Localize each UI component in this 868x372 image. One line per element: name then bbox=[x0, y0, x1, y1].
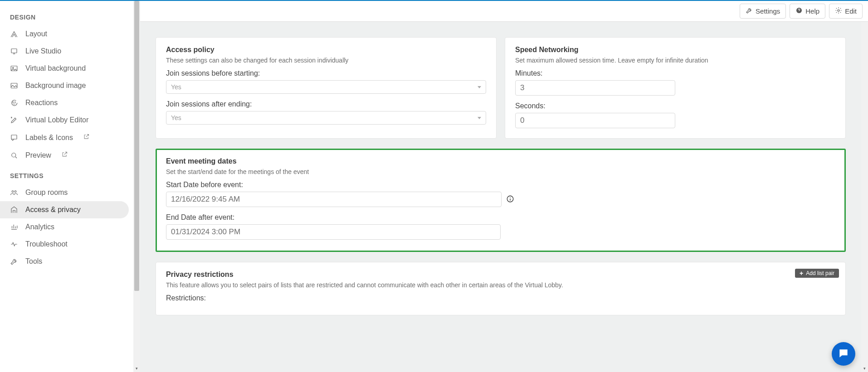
sidebar-item-label: Layout bbox=[25, 30, 47, 38]
sidebar-item-group-rooms[interactable]: Group rooms bbox=[0, 184, 129, 201]
event-dates-title: Event meeting dates bbox=[166, 157, 835, 165]
restrictions-label: Restrictions: bbox=[166, 294, 835, 302]
layout-icon bbox=[10, 30, 18, 38]
svg-point-8 bbox=[12, 191, 14, 193]
svg-point-15 bbox=[510, 197, 511, 198]
svg-point-7 bbox=[12, 153, 16, 157]
sidebar-item-analytics[interactable]: Analytics bbox=[0, 218, 129, 236]
external-link-icon bbox=[83, 133, 90, 142]
troubleshoot-icon bbox=[10, 240, 18, 248]
help-button-label: Help bbox=[805, 7, 819, 15]
sidebar-item-label: Preview bbox=[25, 151, 51, 159]
gear-icon bbox=[835, 7, 842, 15]
join-after-select[interactable]: Yes bbox=[166, 111, 486, 125]
seconds-input[interactable] bbox=[515, 113, 675, 128]
main-scrollbar[interactable]: ▾ bbox=[861, 22, 868, 372]
scrollbar-thumb[interactable] bbox=[134, 1, 139, 291]
sidebar-container: DESIGNLayoutLive StudioVirtual backgroun… bbox=[0, 1, 140, 372]
preview-icon bbox=[10, 151, 18, 159]
seconds-label: Seconds: bbox=[515, 102, 835, 110]
virtual-background-icon bbox=[10, 64, 18, 72]
sidebar-item-troubleshoot[interactable]: Troubleshoot bbox=[0, 236, 129, 253]
join-after-label: Join sessions after ending: bbox=[166, 100, 486, 108]
event-dates-subtitle: Set the start/end date for the meetings … bbox=[166, 168, 835, 175]
settings-button-label: Settings bbox=[756, 7, 780, 15]
tools-icon bbox=[10, 257, 18, 266]
sidebar-item-access-privacy[interactable]: Access & privacy bbox=[0, 201, 129, 218]
svg-rect-3 bbox=[11, 83, 17, 88]
sidebar-item-preview[interactable]: Preview bbox=[0, 146, 129, 164]
settings-button[interactable]: Settings bbox=[740, 4, 786, 19]
edit-button[interactable]: Edit bbox=[829, 4, 863, 19]
minutes-input[interactable] bbox=[515, 80, 675, 96]
sidebar-item-label: Reactions bbox=[25, 99, 58, 107]
seconds-field: Seconds: bbox=[515, 102, 835, 128]
start-date-input[interactable] bbox=[166, 192, 502, 207]
access-policy-subtitle: These settings can also be changed for e… bbox=[166, 57, 486, 64]
sidebar-item-background-image[interactable]: Background image bbox=[0, 77, 129, 94]
join-after-value: Yes bbox=[171, 114, 181, 121]
help-button[interactable]: Help bbox=[790, 4, 825, 19]
background-image-icon bbox=[10, 82, 18, 90]
svg-point-11 bbox=[799, 11, 800, 12]
sidebar-item-live-studio[interactable]: Live Studio bbox=[0, 43, 129, 60]
add-list-pair-button[interactable]: + Add list pair bbox=[795, 269, 839, 278]
sidebar-item-labels-icons[interactable]: Labels & Icons bbox=[0, 129, 129, 146]
start-date-wrap bbox=[166, 192, 514, 207]
sidebar-item-label: Access & privacy bbox=[25, 206, 81, 214]
wrench-icon bbox=[746, 7, 753, 15]
edit-button-label: Edit bbox=[845, 7, 857, 15]
privacy-title: Privacy restrictions bbox=[166, 271, 835, 279]
end-date-label: End Date after event: bbox=[166, 213, 835, 222]
sidebar-item-tools[interactable]: Tools bbox=[0, 253, 129, 270]
sidebar-item-reactions[interactable]: Reactions bbox=[0, 94, 129, 111]
sidebar-item-virtual-background[interactable]: Virtual background bbox=[0, 60, 129, 77]
scroll-down-arrow-icon[interactable]: ▾ bbox=[133, 365, 140, 372]
privacy-restrictions-card: + Add list pair Privacy restrictions Thi… bbox=[156, 262, 846, 315]
speed-networking-subtitle: Set maximum allowed session time. Leave … bbox=[515, 57, 835, 64]
scroll-down-arrow-icon[interactable]: ▾ bbox=[861, 365, 868, 372]
chat-bubble-icon bbox=[838, 348, 849, 361]
analytics-icon bbox=[10, 223, 18, 231]
external-link-icon bbox=[61, 151, 68, 159]
join-before-select[interactable]: Yes bbox=[166, 80, 486, 94]
sidebar-group-label: SETTINGS bbox=[0, 164, 133, 184]
sidebar-item-label: Labels & Icons bbox=[25, 134, 73, 142]
sidebar-item-label: Virtual background bbox=[25, 64, 86, 72]
sidebar-item-label: Virtual Lobby Editor bbox=[25, 116, 88, 124]
info-icon[interactable] bbox=[506, 195, 514, 204]
main-area: Settings Help Edit Access pol bbox=[140, 1, 868, 372]
join-before-value: Yes bbox=[171, 83, 181, 91]
svg-rect-0 bbox=[11, 49, 17, 53]
content: Access policy These settings can also be… bbox=[140, 22, 861, 372]
sidebar-item-label: Group rooms bbox=[25, 188, 68, 197]
sidebar-item-virtual-lobby-editor[interactable]: Virtual Lobby Editor bbox=[0, 111, 129, 129]
svg-point-9 bbox=[15, 191, 16, 193]
labels-icons-icon bbox=[10, 134, 18, 142]
svg-point-12 bbox=[838, 10, 839, 11]
end-date-input[interactable] bbox=[166, 224, 501, 240]
sidebar-scrollbar[interactable]: ▴ ▾ bbox=[133, 1, 140, 372]
event-meeting-dates-card: Event meeting dates Set the start/end da… bbox=[156, 149, 846, 252]
app-root: DESIGNLayoutLive StudioVirtual backgroun… bbox=[0, 0, 868, 372]
sidebar-group-label: DESIGN bbox=[0, 5, 133, 25]
svg-rect-6 bbox=[11, 135, 17, 139]
access-policy-card: Access policy These settings can also be… bbox=[156, 37, 497, 139]
start-date-label: Start Date before event: bbox=[166, 181, 835, 189]
plus-icon: + bbox=[800, 270, 803, 276]
virtual-lobby-editor-icon bbox=[10, 116, 18, 124]
sidebar-item-label: Live Studio bbox=[25, 47, 61, 55]
row-1: Access policy These settings can also be… bbox=[156, 37, 846, 139]
reactions-icon bbox=[10, 99, 18, 107]
end-date-field: End Date after event: bbox=[166, 213, 835, 240]
access-privacy-icon bbox=[10, 206, 18, 214]
join-before-field: Join sessions before starting: Yes bbox=[166, 69, 486, 94]
join-before-label: Join sessions before starting: bbox=[166, 69, 486, 77]
live-studio-icon bbox=[10, 47, 18, 55]
sidebar-item-label: Background image bbox=[25, 82, 86, 90]
svg-point-5 bbox=[15, 102, 16, 103]
sidebar-item-layout[interactable]: Layout bbox=[0, 25, 129, 43]
end-date-wrap bbox=[166, 224, 501, 240]
chat-fab[interactable] bbox=[832, 342, 855, 366]
add-list-pair-label: Add list pair bbox=[806, 270, 834, 276]
